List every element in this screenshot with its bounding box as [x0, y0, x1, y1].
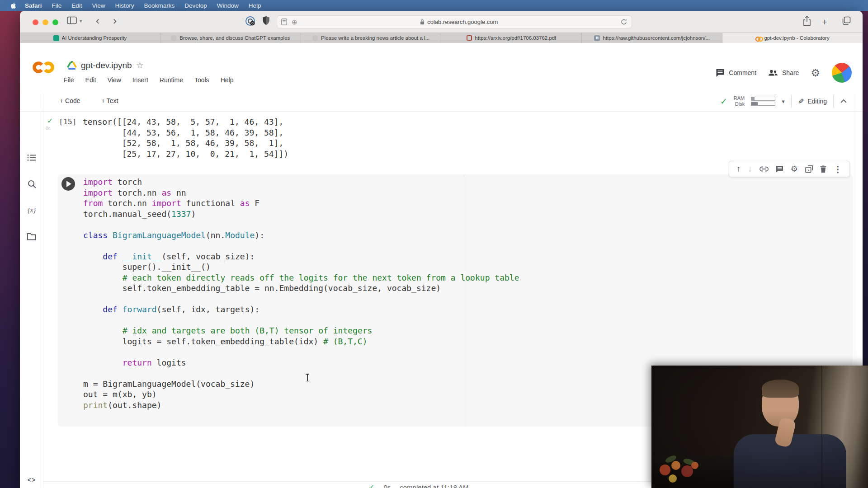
- colab-menu-view[interactable]: View: [108, 76, 121, 84]
- add-code-button[interactable]: + Code: [60, 97, 80, 104]
- menubar-item-edit[interactable]: Edit: [66, 2, 87, 9]
- menubar-item-safari[interactable]: Safari: [20, 2, 47, 9]
- menubar-item-help[interactable]: Help: [244, 2, 266, 9]
- colab-logo-icon[interactable]: [32, 60, 55, 75]
- people-icon: [768, 70, 778, 76]
- zoom-window-button[interactable]: [52, 19, 58, 25]
- link-cell-icon[interactable]: [760, 166, 769, 172]
- cell-success-check-icon: ✓: [47, 117, 53, 125]
- text-cursor: [307, 374, 308, 381]
- search-icon[interactable]: [25, 177, 38, 191]
- tab-overview-icon[interactable]: [842, 16, 851, 25]
- address-url-group: colab.research.google.com: [297, 19, 621, 25]
- page-zoom-icon[interactable]: ⊕: [292, 18, 297, 26]
- colab-favicon: [755, 35, 761, 41]
- disk-meter: [751, 102, 775, 106]
- browser-tab[interactable]: https://arxiv.org/pdf/1706.03762.pdf: [441, 33, 582, 43]
- browser-tab[interactable]: AI Understanding Prosperity: [20, 33, 160, 43]
- browser-toolbar: ▾ ‹ › ⊕ colab.research.google.com: [20, 11, 863, 33]
- colab-menu-edit[interactable]: Edit: [85, 76, 96, 84]
- address-bar[interactable]: ⊕ colab.research.google.com: [277, 15, 632, 28]
- share-button[interactable]: Share: [768, 69, 799, 76]
- sidebar-toggle-icon[interactable]: [67, 16, 77, 24]
- browser-tab[interactable]: Browse, share, and discuss ChatGPT examp…: [160, 33, 301, 43]
- menubar-item-view[interactable]: View: [87, 2, 110, 9]
- move-cell-down-icon[interactable]: ↓: [748, 164, 752, 174]
- tab-title: Browse, share, and discuss ChatGPT examp…: [179, 35, 290, 41]
- table-of-contents-icon[interactable]: [25, 151, 38, 164]
- status-duration: 0s: [383, 483, 391, 488]
- webcam-overlay: [651, 366, 868, 488]
- drive-icon: [67, 61, 77, 70]
- run-cell-button[interactable]: [61, 177, 75, 191]
- minimize-window-button[interactable]: [42, 19, 48, 25]
- menubar-item-file[interactable]: File: [47, 2, 67, 9]
- tab-title: https://arxiv.org/pdf/1706.03762.pdf: [475, 35, 556, 41]
- tensor-output: tensor([[24, 43, 58, 5, 57, 1, 46, 43], …: [83, 117, 288, 159]
- browser-tab[interactable]: gpt-dev.ipynb - Colaboratory: [722, 33, 863, 43]
- share-page-icon[interactable]: [803, 16, 811, 26]
- apple-menu-icon[interactable]: [6, 2, 20, 9]
- left-sidebar: {x} <> >_: [20, 94, 43, 488]
- more-actions-icon[interactable]: ⋮: [834, 164, 842, 174]
- status-completed: completed at 11:18 AM: [400, 483, 468, 488]
- reader-icon[interactable]: [281, 19, 287, 25]
- privacy-shield-icon[interactable]: [262, 16, 270, 26]
- add-comment-icon[interactable]: [776, 165, 783, 173]
- connected-check-icon: ✓: [720, 96, 727, 107]
- lock-icon: [420, 19, 425, 25]
- star-icon[interactable]: ☆: [136, 60, 144, 70]
- macos-menubar: Safari File Edit View History Bookmarks …: [0, 0, 868, 11]
- tab-title: Please write a breaking news article abo…: [321, 35, 429, 41]
- tab-title: AI Understanding Prosperity: [62, 35, 127, 41]
- collapse-header-icon[interactable]: [840, 99, 847, 103]
- code-lines[interactable]: import torchimport torch.nn as nnfrom to…: [83, 177, 519, 421]
- resource-meters[interactable]: [751, 96, 775, 107]
- move-cell-up-icon[interactable]: ↑: [736, 164, 741, 174]
- add-text-button[interactable]: + Text: [101, 97, 118, 104]
- settings-gear-icon[interactable]: ⚙: [811, 67, 820, 79]
- colab-menu-runtime[interactable]: Runtime: [160, 76, 183, 84]
- pencil-icon: ✎: [798, 97, 804, 106]
- status-check-icon: ✓: [368, 483, 374, 488]
- colab-menubar: File Edit View Insert Runtime Tools Help: [64, 76, 233, 84]
- colab-menu-help[interactable]: Help: [221, 76, 234, 84]
- notebook-title[interactable]: gpt-dev.ipynb: [81, 61, 132, 70]
- files-icon[interactable]: [25, 230, 38, 243]
- menubar-item-history[interactable]: History: [110, 2, 139, 9]
- password-extension-icon[interactable]: [245, 16, 255, 26]
- cell-settings-gear-icon[interactable]: ⚙: [791, 164, 798, 174]
- menubar-item-bookmarks[interactable]: Bookmarks: [139, 2, 180, 9]
- ram-meter: [751, 97, 775, 101]
- forward-button[interactable]: ›: [113, 15, 117, 26]
- mirror-cell-icon[interactable]: [805, 165, 813, 173]
- colab-menu-file[interactable]: File: [64, 76, 74, 84]
- editing-mode-button[interactable]: ✎ Editing: [798, 97, 827, 106]
- comment-button[interactable]: Comment: [716, 69, 756, 77]
- delete-cell-icon[interactable]: [820, 165, 826, 173]
- menubar-item-window[interactable]: Window: [212, 2, 244, 9]
- openai-favicon: [53, 35, 59, 41]
- new-tab-icon[interactable]: +: [822, 17, 827, 28]
- back-button[interactable]: ‹: [96, 15, 99, 26]
- browser-tab[interactable]: Please write a breaking news article abo…: [301, 33, 442, 43]
- browser-tab[interactable]: https://raw.githubusercontent.com/jcjohn…: [582, 33, 722, 43]
- reload-icon[interactable]: [621, 19, 627, 25]
- avatar[interactable]: [832, 63, 852, 83]
- code-snippets-icon[interactable]: <>: [25, 473, 38, 487]
- resources-dropdown-icon[interactable]: ▾: [782, 98, 785, 105]
- sidebar-chevron-icon[interactable]: ▾: [80, 18, 82, 24]
- desktop: Safari File Edit View History Bookmarks …: [0, 0, 868, 488]
- tab-title: https://raw.githubusercontent.com/jcjohn…: [603, 35, 710, 41]
- cell-toolbar: ↑ ↓ ⚙ ⋮: [729, 161, 850, 177]
- cell-duration: 0s: [46, 126, 51, 131]
- execution-count: [15]: [59, 117, 77, 126]
- tab-strip: AI Understanding ProsperityBrowse, share…: [20, 33, 863, 43]
- close-window-button[interactable]: [33, 19, 38, 25]
- menubar-item-develop[interactable]: Develop: [179, 2, 212, 9]
- colab-menu-insert[interactable]: Insert: [132, 76, 148, 84]
- colab-menu-tools[interactable]: Tools: [194, 76, 209, 84]
- variables-icon[interactable]: {x}: [25, 203, 38, 217]
- notebook-toolbar: + Code + Text ✓ RAM Disk ▾ ✎: [20, 94, 863, 112]
- arxiv-favicon: [467, 35, 472, 41]
